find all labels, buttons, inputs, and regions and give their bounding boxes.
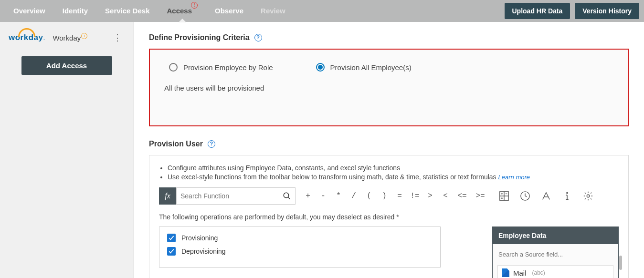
operations-box: Provisioning Deprovisioning [159,227,441,268]
employee-data-body: Mail (abc) [493,244,618,278]
topbar-actions: Upload HR Data Version History [505,3,640,19]
function-toolbar: fx + - * / ( ) = != > < <= >= [159,187,619,205]
field-card-mail[interactable]: Mail (abc) [497,265,613,278]
file-icon [502,268,509,277]
search-icon[interactable] [283,192,291,200]
radio-provision-all[interactable]: Provision All Employee(s) [316,63,412,72]
checkbox-checked-icon [167,247,176,256]
fx-icon: fx [159,187,176,205]
workday-arc-icon [18,28,35,37]
radio-unchecked-icon [169,63,178,72]
add-access-button[interactable]: Add Access [21,56,112,75]
op-eq[interactable]: = [392,192,407,200]
op-lt[interactable]: < [438,192,453,200]
tab-observe[interactable]: Observe [206,0,252,22]
app-menu-kebab-icon[interactable]: ⋮ [108,31,127,45]
op-gt[interactable]: > [422,192,438,200]
learn-more-link[interactable]: Learn more [498,174,530,181]
op-neq[interactable]: != [407,192,422,200]
upload-hr-data-button[interactable]: Upload HR Data [505,3,570,19]
op-lte[interactable]: <= [453,192,471,200]
sidebar: workday. Workdayi ⋮ Add Access [0,22,134,278]
category-icons [499,187,593,205]
criteria-title: Define Provisioning Criteria ? [149,33,629,42]
op-multiply[interactable]: * [331,192,346,200]
op-gte[interactable]: >= [471,192,489,200]
instruction-item: Configure attributes using Employee Data… [168,164,619,172]
alert-badge-icon: ! [191,2,198,9]
criteria-description: All the users will be provisioned [164,84,613,92]
op-minus[interactable]: - [316,192,331,200]
op-divide[interactable]: / [346,192,361,200]
help-icon[interactable]: ? [208,140,215,148]
search-function-wrap [176,187,296,205]
criteria-radio-group: Provision Employee by Role Provision All… [169,63,613,72]
provision-instructions: Configure attributes using Employee Data… [168,164,619,181]
svg-line-1 [288,197,290,199]
text-icon[interactable] [541,191,551,201]
tab-access-label: Access [167,7,192,15]
nav-tabs: Overview Identity Service Desk Access! O… [5,0,294,22]
tab-overview[interactable]: Overview [5,0,54,22]
info-badge-icon[interactable]: i [81,33,87,39]
help-icon[interactable]: ? [254,34,262,41]
checkbox-provisioning[interactable]: Provisioning [167,234,433,242]
svg-point-0 [284,193,289,198]
svg-line-13 [525,196,527,197]
app-card: workday. Workdayi ⋮ [0,22,133,50]
info-icon[interactable] [562,191,572,201]
instruction-item: Use excel-style functions from the toolb… [168,173,619,181]
top-nav: Overview Identity Service Desk Access! O… [0,0,644,22]
scrollbar-thumb[interactable] [619,256,622,270]
math-icon[interactable] [499,191,509,201]
checkbox-deprovisioning[interactable]: Deprovisioning [167,247,433,256]
settings-icon[interactable] [583,191,593,201]
tab-identity[interactable]: Identity [54,0,96,22]
op-lparen[interactable]: ( [361,192,377,200]
search-function-input[interactable] [180,192,283,200]
radio-provision-by-role[interactable]: Provision Employee by Role [169,63,273,72]
tab-access[interactable]: Access! [158,0,206,22]
employee-data-panel: Employee Data Mail (abc) [492,227,619,278]
main-content: Define Provisioning Criteria ? Provision… [134,22,644,278]
lower-row: Provisioning Deprovisioning Employee Dat… [159,227,619,278]
op-plus[interactable]: + [300,192,316,200]
radio-checked-icon [316,63,325,72]
provision-user-title: Provision User ? [149,140,629,148]
checkbox-checked-icon [167,234,176,242]
criteria-box: Provision Employee by Role Provision All… [149,49,629,126]
operator-buttons: + - * / ( ) = != > < <= >= [300,187,489,205]
employee-search-input[interactable] [497,249,613,260]
version-history-button[interactable]: Version History [575,3,639,19]
app-name-label: Workdayi [53,34,87,42]
tab-service-desk[interactable]: Service Desk [96,0,158,22]
svg-point-19 [587,195,590,197]
tab-review[interactable]: Review [252,0,294,22]
clock-icon[interactable] [520,191,530,201]
operations-description: The following operations are performed b… [159,213,619,221]
workday-logo: workday. [9,33,45,42]
svg-point-15 [567,192,568,193]
employee-data-header: Employee Data [493,227,618,244]
provision-user-box: Configure attributes using Employee Data… [149,155,629,278]
op-rparen[interactable]: ) [377,192,392,200]
